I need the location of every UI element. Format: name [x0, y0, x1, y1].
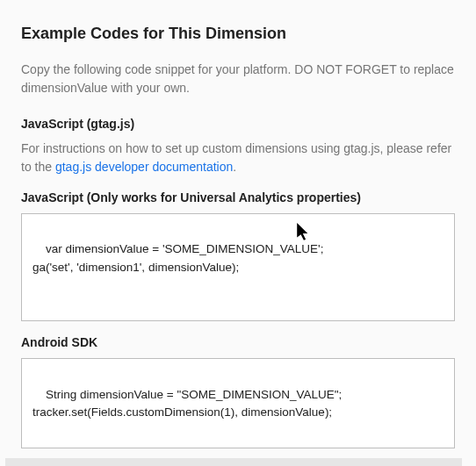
gtag-doc-link[interactable]: gtag.js developer documentation — [55, 160, 233, 174]
mouse-cursor-icon — [297, 223, 313, 242]
horizontal-scrollbar[interactable] — [5, 458, 462, 466]
gtag-header: JavaScript (gtag.js) — [21, 117, 455, 131]
js-universal-code-box[interactable]: var dimensionValue = 'SOME_DIMENSION_VAL… — [21, 213, 455, 321]
js-universal-header: JavaScript (Only works for Universal Ana… — [21, 190, 455, 204]
gtag-description: For instructions on how to set up custom… — [21, 140, 455, 176]
page-title: Example Codes for This Dimension — [21, 25, 455, 43]
gtag-section: JavaScript (gtag.js) For instructions on… — [21, 117, 455, 176]
intro-description: Copy the following code snippet for your… — [21, 61, 455, 97]
android-header: Android SDK — [21, 335, 455, 349]
android-section: Android SDK String dimensionValue = "SOM… — [21, 335, 455, 448]
gtag-desc-text-2: . — [233, 160, 236, 174]
android-code-box[interactable]: String dimensionValue = "SOME_DIMENSION_… — [21, 358, 455, 448]
android-code-text: String dimensionValue = "SOME_DIMENSION_… — [32, 388, 342, 419]
js-universal-code-text: var dimensionValue = 'SOME_DIMENSION_VAL… — [32, 242, 323, 273]
js-universal-section: JavaScript (Only works for Universal Ana… — [21, 190, 455, 321]
